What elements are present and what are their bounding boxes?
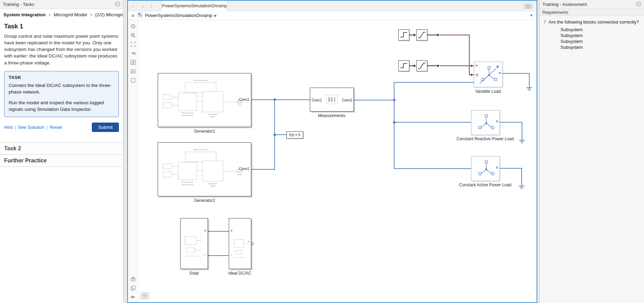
keyboard-shortcuts-icon[interactable] <box>525 4 532 10</box>
connection-wire[interactable] <box>394 82 474 83</box>
pan-icon[interactable] <box>130 24 136 29</box>
zoom-icon[interactable] <box>130 33 136 38</box>
connection-wire[interactable] <box>251 99 310 100</box>
panel-options-icon[interactable] <box>115 1 120 8</box>
breadcrumb-section[interactable]: System Integration <box>3 12 46 17</box>
hamburger-icon[interactable]: ≡ <box>131 13 134 18</box>
connection-wire[interactable] <box>208 255 229 256</box>
task-actions: Hint | See Solution | Reset Submit <box>4 123 119 132</box>
connection-wire[interactable] <box>503 73 530 74</box>
three-phase-load-icon <box>476 64 502 86</box>
model-breadcrumb-name[interactable]: PowerSystemsSimulationOnramp <box>145 13 212 18</box>
avr-label: AVR and exciter <box>185 149 216 151</box>
further-practice-section-header[interactable]: Further Practice <box>0 154 123 167</box>
connection-wire[interactable] <box>529 73 530 86</box>
minus-port-label: - <box>204 253 205 257</box>
constant-active-load-block[interactable]: n <box>471 156 500 181</box>
three-phase-load-icon <box>473 112 499 134</box>
machine-label: SM/A <box>202 185 223 187</box>
panel-options-icon[interactable] <box>636 1 641 8</box>
connection-wire[interactable] <box>354 100 394 100</box>
breadcrumb-arrow-icon[interactable]: ▶ <box>215 14 217 17</box>
block-label: Constant Reactive Power Load <box>451 136 520 141</box>
task-box-label: TASK <box>9 75 114 80</box>
back-icon[interactable]: ← <box>130 2 137 9</box>
connection-wire[interactable] <box>522 122 522 138</box>
tasks-panel-title: Training - Tasks <box>3 2 34 7</box>
connection-wire[interactable] <box>394 122 471 123</box>
link-separator: | <box>44 125 50 130</box>
signal-wire[interactable] <box>427 65 438 66</box>
tasks-panel: Training - Tasks System Integration > Mi… <box>0 0 123 303</box>
connection-wire[interactable] <box>251 169 275 170</box>
constant-reactive-load-block[interactable]: n <box>471 110 500 135</box>
solver-label: f(x) = 0 <box>289 133 300 137</box>
requirement-item: Subsystem <box>560 33 644 38</box>
assessment-question-row: ? Are the following blocks connected cor… <box>543 19 641 25</box>
conn1-port-label: Conn1 <box>239 167 249 171</box>
connection-wire[interactable] <box>275 134 286 135</box>
connection-wire[interactable] <box>521 168 522 184</box>
governor-label: Prime mover <box>171 112 204 114</box>
connection-wire[interactable] <box>208 231 229 232</box>
model-tab[interactable]: PowerSystemsSimulationOnramp <box>161 1 228 11</box>
see-solution-link[interactable]: See Solution <box>18 125 45 130</box>
signal-wire-red[interactable] <box>440 35 470 35</box>
wire-arrowhead <box>437 34 440 36</box>
measurements-block[interactable]: Conn1 Conn2 <box>310 88 354 112</box>
simulink-model-icon <box>138 12 142 18</box>
step-icon <box>399 30 409 40</box>
area-select-icon[interactable] <box>130 78 136 83</box>
submit-button[interactable]: Submit <box>92 123 119 132</box>
breadcrumb-caret-icon[interactable]: ▾ <box>530 13 532 18</box>
saturation-block[interactable] <box>416 29 427 41</box>
camera-icon[interactable] <box>130 276 136 282</box>
step-source-block[interactable] <box>398 29 409 41</box>
wire-arrowhead <box>414 64 416 67</box>
library-icon[interactable] <box>130 285 136 291</box>
reset-link[interactable]: Reset <box>50 125 62 130</box>
hint-link[interactable]: Hint <box>4 125 12 130</box>
signal-wire[interactable] <box>427 35 438 35</box>
annotation-icon[interactable] <box>130 60 136 65</box>
step-source-block[interactable] <box>398 60 409 71</box>
connection-wire[interactable] <box>500 168 522 169</box>
breadcrumb-model[interactable]: Microgrid Model <box>54 12 87 17</box>
solar-block[interactable]: + - <box>180 218 208 269</box>
image-icon[interactable] <box>130 69 136 74</box>
variable-load-block[interactable]: P Q n <box>474 62 503 87</box>
question-icon: ? <box>543 19 546 25</box>
connection-wire[interactable] <box>394 82 394 169</box>
block-label: Generator1 <box>170 129 239 134</box>
unconnected-port-icon[interactable] <box>252 241 254 247</box>
avr-label: AVR and exciter <box>185 79 216 82</box>
connection-wire[interactable] <box>394 168 471 169</box>
block-label: Variable Load <box>453 89 523 94</box>
expand-strip-icon[interactable]: ≫ <box>130 294 135 300</box>
task-instruction-box: TASK Connect the Ideal DC/AC subsystem t… <box>4 71 119 117</box>
block-label: Constant Active Power Load <box>451 182 520 187</box>
canvas-corner-button[interactable] <box>140 292 149 299</box>
saturation-block[interactable] <box>416 60 427 71</box>
generator1-block[interactable]: AVR and exciter Prime mover and governor… <box>158 73 251 127</box>
step-forward-icon[interactable] <box>130 51 136 56</box>
up-icon[interactable]: ↑ <box>148 2 155 9</box>
task-instruction-1: Connect the Ideal DC/AC subsystem to the… <box>9 82 114 95</box>
forward-icon[interactable]: → <box>139 2 146 9</box>
ideal-dcac-block[interactable]: + - ~ <box>229 218 251 269</box>
solver-configuration-block[interactable]: f(x) = 0 <box>286 131 303 139</box>
block-label: Measurements <box>297 113 366 118</box>
breadcrumb-page[interactable]: (2/2) Microgrid M <box>95 12 123 17</box>
electrical-ground-icon[interactable] <box>526 85 532 92</box>
connection-wire[interactable] <box>500 122 522 123</box>
signal-wire-red[interactable] <box>469 35 470 75</box>
ac-port-label: ~ <box>247 240 250 244</box>
generator2-block[interactable]: AVR and exciter Prime mover and governor… <box>158 142 251 196</box>
fit-to-view-icon[interactable] <box>130 42 136 47</box>
task2-section-header[interactable]: Task 2 <box>0 142 123 154</box>
conn2-port-label: Conn2 <box>342 98 352 102</box>
assessment-panel: Training - Assessment Requirements ? Are… <box>539 0 644 303</box>
governor-label: and governor <box>171 114 204 117</box>
ellipse-port-label: Conn1 <box>235 173 245 176</box>
simulink-editor: ← → ↑ PowerSystemsSimulationOnramp ≡ Pow… <box>127 0 537 303</box>
